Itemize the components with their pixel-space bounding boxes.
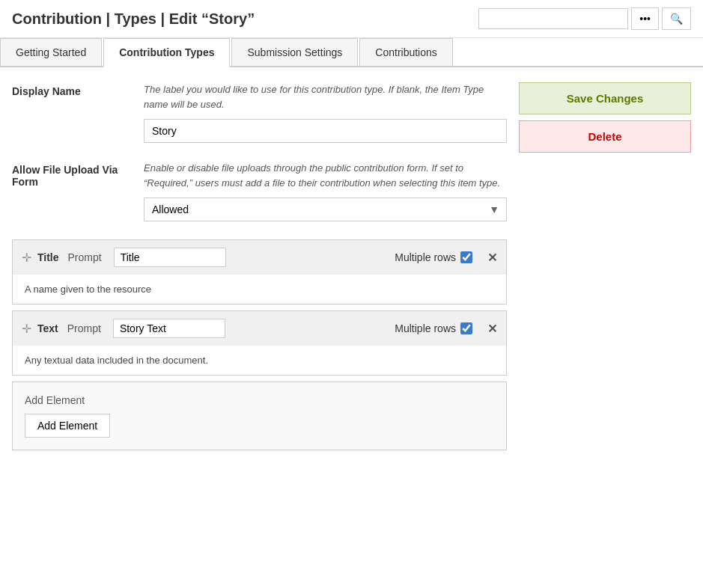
element-prompt-input-text[interactable] [113, 319, 225, 338]
elements-section: ✛ Title Prompt Multiple rows ✕ A name gi… [12, 239, 507, 450]
element-description-title: A name given to the resource [13, 275, 506, 304]
element-header-text: ✛ Text Prompt Multiple rows ✕ [13, 311, 506, 346]
page-header: Contribution | Types | Edit “Story” ••• … [0, 0, 703, 38]
main-content: Display Name The label you would like to… [0, 67, 703, 465]
display-name-input[interactable] [144, 119, 507, 143]
save-changes-button[interactable]: Save Changes [519, 82, 691, 114]
drag-handle-icon-text[interactable]: ✛ [22, 322, 31, 336]
allow-file-upload-description: Enable or disable file uploads through t… [144, 161, 507, 190]
allow-file-upload-select-wrapper: Allowed Disabled Required ▼ [144, 197, 507, 221]
more-button[interactable]: ••• [631, 7, 659, 30]
tab-contribution-types[interactable]: Contribution Types [103, 38, 230, 67]
tab-getting-started[interactable]: Getting Started [0, 38, 102, 66]
element-type-label-text: Text [37, 322, 58, 334]
add-element-section: Add Element Add Element [12, 382, 507, 450]
display-name-row: Display Name The label you would like to… [12, 82, 507, 143]
element-multirow-title: Multiple rows [395, 251, 472, 263]
element-prompt-label-text: Prompt [67, 322, 101, 334]
multiple-rows-label-title: Multiple rows [395, 251, 456, 263]
tab-bar: Getting Started Contribution Types Submi… [0, 38, 703, 67]
multiple-rows-checkbox-text[interactable] [460, 322, 472, 334]
display-name-description: The label you would like to use for this… [144, 82, 507, 111]
tab-submission-settings[interactable]: Submission Settings [231, 38, 358, 66]
element-description-text: Any textual data included in the documen… [13, 346, 506, 375]
element-type-label: Title [37, 251, 59, 263]
element-card-title: ✛ Title Prompt Multiple rows ✕ A name gi… [12, 239, 507, 304]
allow-file-upload-select[interactable]: Allowed Disabled Required [144, 197, 507, 221]
display-name-content: The label you would like to use for this… [144, 82, 507, 143]
close-icon-text[interactable]: ✕ [487, 322, 497, 336]
page-title: Contribution | Types | Edit “Story” [12, 10, 255, 28]
allow-file-upload-row: Allow File Upload Via Form Enable or dis… [12, 161, 507, 221]
sidebar: Save Changes Delete [519, 82, 691, 450]
form-area: Display Name The label you would like to… [12, 82, 507, 450]
element-multirow-text: Multiple rows [395, 322, 472, 334]
multiple-rows-checkbox-title[interactable] [460, 251, 472, 263]
close-icon-title[interactable]: ✕ [487, 251, 497, 265]
tab-contributions[interactable]: Contributions [359, 38, 453, 66]
element-card-text: ✛ Text Prompt Multiple rows ✕ Any textua… [12, 310, 507, 376]
search-input[interactable] [478, 8, 628, 29]
search-button[interactable]: 🔍 [662, 7, 691, 30]
header-controls: ••• 🔍 [478, 7, 691, 30]
delete-button[interactable]: Delete [519, 120, 691, 153]
element-header-title: ✛ Title Prompt Multiple rows ✕ [13, 240, 506, 275]
element-prompt-label: Prompt [68, 251, 102, 263]
add-element-section-label: Add Element [25, 394, 494, 406]
element-prompt-input-title[interactable] [114, 248, 226, 267]
multiple-rows-label-text: Multiple rows [395, 322, 456, 334]
drag-handle-icon[interactable]: ✛ [22, 251, 31, 265]
display-name-label: Display Name [12, 82, 132, 143]
add-element-button[interactable]: Add Element [25, 414, 110, 438]
allow-file-upload-label: Allow File Upload Via Form [12, 161, 132, 221]
allow-file-upload-content: Enable or disable file uploads through t… [144, 161, 507, 221]
